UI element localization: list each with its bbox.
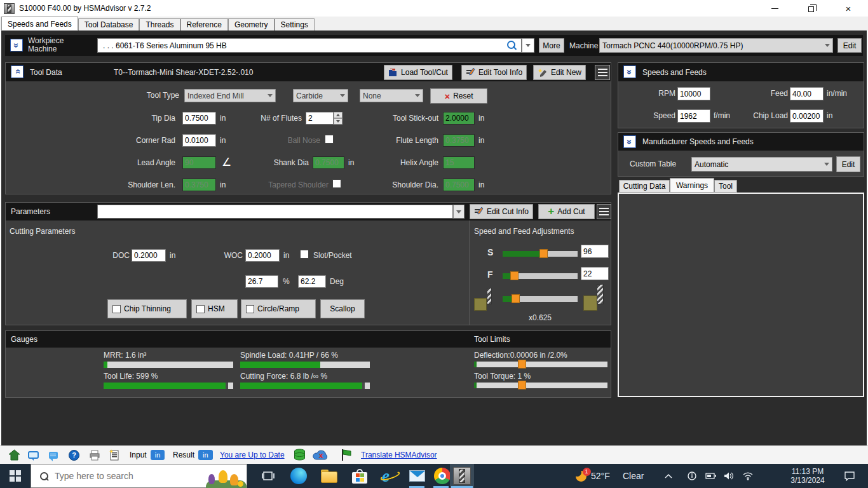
collapse-tool-data-icon[interactable]: » [11,65,24,78]
load-tool-cut-button[interactable]: Load Tool/Cut [384,65,452,80]
more-button[interactable]: More [539,38,564,53]
tool-torque-slider-knob[interactable] [518,381,526,390]
tray-battery-button[interactable] [703,464,719,488]
custom-table-select[interactable]: Automatic [691,157,832,172]
weather-temp[interactable]: 52°F [591,464,610,488]
woc-input[interactable] [245,249,280,262]
help-button[interactable]: ? [69,446,79,464]
add-cut-button[interactable]: + Add Cut [538,204,595,219]
ball-nose-checkbox[interactable] [325,135,334,144]
restore-button[interactable] [799,0,821,17]
tool-material-select[interactable]: Carbide [293,89,348,102]
tab-reference[interactable]: Reference [180,18,228,30]
speed-slider[interactable] [503,251,578,257]
forum-button[interactable] [28,446,39,464]
weather-condition[interactable]: Clear [623,464,644,488]
tray-network-button[interactable] [740,464,756,488]
feed-slider-knob[interactable] [510,271,519,280]
doc-input[interactable] [132,249,166,262]
parameters-menu-button[interactable] [597,204,611,219]
tool-torque-slider[interactable] [474,383,607,388]
tab-settings[interactable]: Settings [275,18,315,30]
scallop-button[interactable]: Scallop [320,299,365,318]
circle-ramp-toggle[interactable]: Circle/Ramp [241,299,316,318]
feed-adjust-input[interactable] [581,267,609,280]
edit-tool-info-button[interactable]: Edit Tool Info [461,65,527,80]
deflection-slider[interactable] [474,362,607,367]
hsm-toggle[interactable]: HSM [191,299,238,318]
search-input[interactable] [55,471,202,481]
minimize-button[interactable] [764,0,785,17]
flutes-spinner[interactable] [334,112,342,125]
tab-geometry[interactable]: Geometry [228,18,275,30]
engage-angle-input[interactable] [298,275,326,288]
taskbar-clock[interactable]: 11:13 PM 3/13/2024 [780,464,835,488]
reset-button[interactable]: × Reset [430,88,487,104]
edit-new-button[interactable]: Edit New [533,65,586,80]
material-search-icon[interactable] [507,41,516,50]
start-button[interactable] [0,464,31,488]
tool-data-menu-button[interactable] [595,65,610,80]
deflection-slider-knob[interactable] [518,360,526,369]
result-units-badge[interactable]: in [198,450,213,460]
material-input[interactable] [97,38,522,53]
size-slider-knob[interactable] [512,294,520,303]
tab-tool-database[interactable]: Tool Database [78,18,140,30]
taskbar-explorer[interactable] [315,464,343,488]
close-button[interactable]: × [837,0,859,17]
feedback-button[interactable] [49,446,58,464]
rpm-input[interactable] [677,87,710,100]
stepover-input[interactable] [245,275,278,288]
taskbar-ie[interactable]: e [376,464,404,488]
feed-input[interactable] [790,87,824,100]
home-button[interactable] [8,446,20,464]
input-units-badge[interactable]: in [151,450,165,460]
taskbar-search[interactable] [31,464,247,488]
cloud-sync-button[interactable]: x [313,446,329,464]
weather-icon-button[interactable]: 1 [572,464,590,488]
size-slider[interactable] [503,296,578,302]
taskbar-store[interactable] [346,464,374,488]
feed-slider[interactable] [503,273,578,279]
database-button[interactable] [293,446,306,464]
machine-edit-button[interactable]: Edit [837,38,862,53]
slot-pocket-checkbox[interactable] [300,250,309,259]
tab-tool[interactable]: Tool [714,180,737,193]
tapered-shoulder-checkbox[interactable] [332,179,341,188]
update-status-link[interactable]: You are Up to Date [220,446,285,464]
taskbar-edge[interactable] [285,464,313,488]
surface-speed-input[interactable] [677,109,710,123]
speed-slider-knob[interactable] [539,249,548,258]
tip-dia-input[interactable] [182,112,216,125]
custom-table-edit-button[interactable]: Edit [836,156,860,172]
cut-dropdown-button[interactable] [453,205,465,219]
collapse-workpiece-icon[interactable]: » [10,39,23,51]
edit-cut-info-button[interactable]: Edit Cut Info [470,204,533,219]
collapse-speeds-icon[interactable]: » [623,65,636,78]
tab-cutting-data[interactable]: Cutting Data [619,180,670,193]
tray-expand-chevron[interactable] [661,464,676,488]
cut-select-input[interactable] [97,205,453,219]
coating-select[interactable]: None [360,89,423,102]
stickout-input[interactable] [443,112,475,125]
chip-thinning-toggle[interactable]: Chip Thinning [107,299,187,318]
task-view-button[interactable] [254,464,282,488]
translate-link[interactable]: Translate HSMAdvisor [361,446,437,464]
machine-select[interactable]: Tormach PCNC 440(10000RPM/0.75 HP) [599,38,833,53]
material-dropdown-button[interactable] [522,38,534,53]
taskbar-mail[interactable] [404,464,430,488]
flutes-input[interactable] [306,112,334,125]
action-center-button[interactable] [840,464,859,488]
chip-load-input[interactable] [790,109,824,123]
speed-adjust-input[interactable] [581,245,609,258]
print-button[interactable] [89,446,100,464]
tray-app-button[interactable] [684,464,700,488]
tab-threads[interactable]: Threads [139,18,180,30]
tool-type-select[interactable]: Indexed End Mill [184,89,276,102]
tray-volume-button[interactable] [721,464,737,488]
translate-flag-button[interactable] [341,446,352,464]
collapse-manufacturer-icon[interactable]: » [623,135,636,148]
corner-rad-input[interactable] [182,134,216,147]
tab-speeds-and-feeds[interactable]: Speeds and Feeds [1,17,78,30]
tab-warnings[interactable]: Warnings [670,178,714,193]
